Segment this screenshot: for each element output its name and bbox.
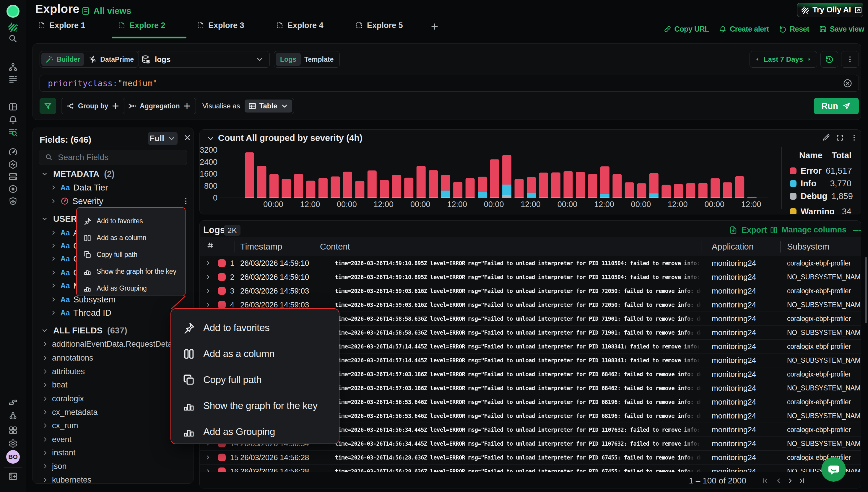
legend-row-debug[interactable]: Debug1,859	[790, 192, 851, 200]
column-separator[interactable]	[235, 241, 235, 252]
apps-grid-icon[interactable]	[0, 425, 26, 435]
legend-row-error[interactable]: Error61,517	[790, 166, 851, 175]
add-tab-button[interactable]	[430, 22, 439, 32]
field-item-instant[interactable]: instant	[33, 446, 194, 459]
legend-row-info[interactable]: Info3,770	[790, 179, 851, 188]
menu-item-show-the-graph-for-the-key[interactable]: Show the graph for the key	[171, 393, 339, 419]
legend-row-warning[interactable]: Warning34	[790, 207, 851, 214]
search-icon[interactable]	[0, 34, 26, 44]
template-type-button[interactable]: Template	[302, 55, 338, 64]
bell-icon[interactable]	[0, 115, 26, 125]
history-button[interactable]	[820, 51, 838, 68]
expand-row-icon[interactable]	[204, 454, 212, 461]
builder-mode-button[interactable]: Builder	[41, 53, 84, 66]
time-range-picker[interactable]: Last 7 Days	[750, 51, 817, 68]
column-separator[interactable]	[780, 241, 780, 252]
column-header-subsystem[interactable]: Subsystem	[787, 242, 829, 252]
fields-section-metadata[interactable]: METADATA(2)	[33, 168, 194, 180]
field-item-annotations[interactable]: annotations	[33, 351, 194, 364]
fields-mode-select[interactable]: Full	[148, 132, 177, 145]
tab-explore-5[interactable]: Explore 5	[355, 21, 403, 30]
menu-item-add-as-a-column[interactable]: Add as a column	[171, 341, 339, 367]
column-header-application[interactable]: Application	[712, 242, 754, 252]
field-item-severity[interactable]: Severity	[33, 195, 194, 207]
table-resize-icon[interactable]	[852, 225, 861, 236]
dashboard-icon[interactable]	[0, 102, 26, 112]
field-menu-icon[interactable]	[182, 197, 190, 205]
expand-row-icon[interactable]	[204, 468, 212, 472]
menu-item-add-as-a-column[interactable]: Add as a column	[77, 229, 185, 246]
clear-query-icon[interactable]	[843, 78, 853, 88]
cluster-icon[interactable]	[0, 411, 26, 421]
expand-row-icon[interactable]	[204, 273, 212, 280]
scrollbar-thumb[interactable]	[865, 257, 867, 323]
tab-explore-4[interactable]: Explore 4	[276, 21, 323, 30]
column-separator[interactable]	[315, 241, 315, 252]
log-row-2[interactable]: 226/03/2026 14:59:10time=2026-03-26T14:5…	[200, 270, 861, 284]
expand-row-icon[interactable]	[204, 301, 212, 308]
hex-star-icon[interactable]	[0, 184, 26, 194]
column-header-content[interactable]: Content	[320, 242, 350, 252]
dataprime-mode-button[interactable]: DataPrime	[86, 55, 137, 64]
coralogix-logo-icon[interactable]	[0, 22, 26, 32]
field-item-event[interactable]: event	[33, 433, 194, 446]
next-page-icon[interactable]	[786, 476, 795, 486]
servers-icon[interactable]	[0, 172, 26, 181]
export-button[interactable]: Export	[728, 225, 767, 235]
tab-explore-3[interactable]: Explore 3	[196, 21, 244, 30]
expand-row-icon[interactable]	[204, 260, 212, 267]
chat-widget-button[interactable]	[821, 457, 846, 482]
field-item-kubernetes[interactable]: kubernetes	[33, 473, 194, 484]
field-item-cx-rum[interactable]: cx_rum	[33, 419, 194, 432]
apm-gauge-icon[interactable]	[0, 147, 26, 157]
filter-button[interactable]	[40, 98, 56, 114]
panel-collapse-icon[interactable]	[0, 471, 26, 482]
prev-page-icon[interactable]	[774, 476, 783, 486]
menu-item-copy-full-path[interactable]: Copy full path	[77, 246, 185, 263]
field-item-cx-metadata[interactable]: cx_metadata	[33, 406, 194, 419]
run-button[interactable]: Run	[814, 98, 859, 114]
visualisation-select[interactable]: Table	[245, 100, 292, 113]
explore-logs-icon[interactable]	[0, 127, 26, 138]
pipeline-icon[interactable]	[0, 397, 26, 407]
menu-item-add-as-grouping[interactable]: Add as Grouping	[171, 419, 339, 445]
log-row-16[interactable]: 1626/03/2026 14:56:28time=2026-03-26T14:…	[200, 465, 861, 472]
first-page-icon[interactable]	[761, 476, 770, 486]
group-by-button[interactable]: Group by	[61, 98, 124, 114]
menu-item-add-to-favorites[interactable]: Add to favorites	[171, 315, 339, 341]
field-item-coralogix[interactable]: coralogix	[33, 392, 194, 405]
text-lines-icon[interactable]	[0, 74, 26, 84]
tab-explore-2[interactable]: Explore 2	[118, 21, 165, 30]
log-row-1[interactable]: 126/03/2026 14:59:10time=2026-03-26T14:5…	[200, 256, 861, 270]
save-view-button[interactable]: Save view	[819, 25, 864, 33]
log-row-15[interactable]: 1526/03/2026 14:56:28time=2026-03-26T14:…	[200, 451, 861, 465]
field-item-additionaleventdata-requestdetails[interactable]: additionalEventData.RequestDetails	[33, 338, 194, 350]
hierarchy-icon[interactable]	[0, 62, 26, 72]
last-page-icon[interactable]	[797, 476, 806, 486]
menu-item-show-the-graph-for-the-key[interactable]: Show the graph for the key	[77, 263, 185, 280]
aggregation-button[interactable]: Aggregation	[123, 98, 196, 114]
copy-url-button[interactable]: Copy URL	[664, 25, 709, 33]
hex-pulse-icon[interactable]	[0, 159, 26, 170]
chevron-left-icon[interactable]	[754, 56, 761, 63]
field-item-data-tier[interactable]: AaData Tier	[33, 181, 194, 194]
menu-item-add-to-favorites[interactable]: Add to favorites	[77, 213, 185, 229]
avatar[interactable]: BO	[6, 450, 20, 464]
all-views-link[interactable]: All views	[81, 6, 131, 16]
brand-logo[interactable]	[6, 5, 20, 18]
try-olly-ai-button[interactable]: Try Olly AI	[797, 3, 863, 17]
more-options-button[interactable]	[841, 51, 859, 68]
data-source-select[interactable]: logs	[137, 51, 270, 68]
reset-button[interactable]: Reset	[779, 25, 809, 33]
field-item-attributes[interactable]: attributes	[33, 365, 194, 378]
gear-icon[interactable]	[0, 439, 26, 449]
close-icon[interactable]	[183, 133, 192, 143]
chevron-right-icon[interactable]	[806, 56, 813, 63]
column-header-timestamp[interactable]: Timestamp	[240, 242, 282, 252]
field-item-json[interactable]: json	[33, 460, 194, 473]
logs-type-button[interactable]: Logs	[276, 53, 301, 66]
query-input[interactable]: priorityclass:"medium"	[40, 75, 859, 92]
field-item-beat[interactable]: beat	[33, 378, 194, 391]
shield-star-icon[interactable]	[0, 196, 26, 206]
menu-item-add-as-grouping[interactable]: Add as Grouping	[77, 280, 185, 297]
